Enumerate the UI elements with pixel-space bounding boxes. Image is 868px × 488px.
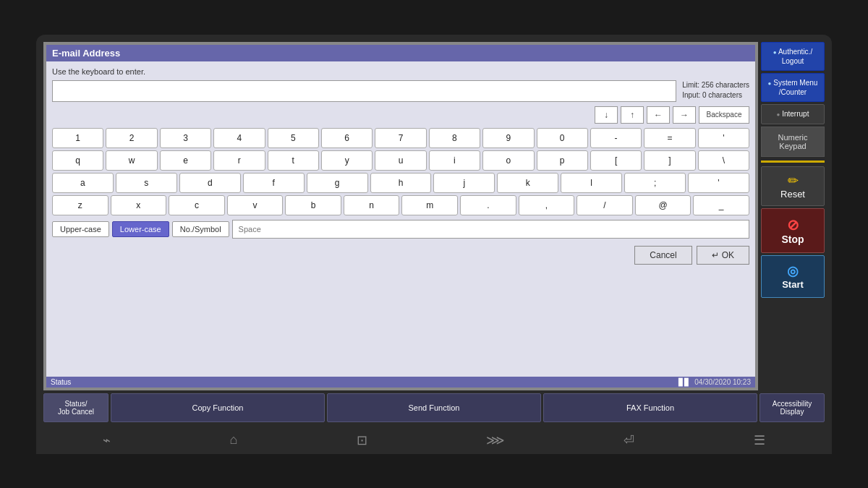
screen-area: E-mail Address Use the keyboard to enter…: [43, 42, 825, 390]
ok-btn[interactable]: ↵ OK: [697, 246, 749, 265]
datetime-display: 04/30/2020 10:23: [694, 378, 751, 386]
key-y[interactable]: y: [321, 150, 373, 171]
device-body: E-mail Address Use the keyboard to enter…: [36, 35, 832, 454]
interrupt-btn[interactable]: ● Interrupt: [761, 104, 825, 124]
key-k[interactable]: k: [497, 173, 558, 193]
key-b[interactable]: b: [285, 195, 341, 215]
system-menu-btn[interactable]: ● System Menu /Counter: [761, 73, 825, 102]
side-panel: ● Authentic./ Logout ● System Menu /Coun…: [761, 42, 825, 390]
space-input[interactable]: [232, 220, 749, 239]
key-g[interactable]: g: [307, 173, 368, 193]
start-btn[interactable]: Start: [761, 255, 825, 298]
enter-icon: ↵: [712, 250, 719, 260]
cancel-btn[interactable]: Cancel: [634, 246, 692, 265]
status-label: Status: [51, 378, 71, 386]
key-u[interactable]: u: [375, 150, 426, 171]
authentic-logout-btn[interactable]: ● Authentic./ Logout: [761, 42, 825, 71]
key-l[interactable]: l: [561, 173, 622, 193]
send-function-btn[interactable]: Send Function: [327, 393, 541, 422]
key-h[interactable]: h: [370, 173, 432, 193]
key-comma[interactable]: ,: [519, 195, 575, 215]
key-r[interactable]: r: [213, 150, 265, 171]
key-semicolon[interactable]: ;: [624, 173, 686, 193]
fax-function-btn[interactable]: FAX Function: [543, 393, 757, 422]
reset-btn[interactable]: Reset: [761, 166, 825, 206]
status-job-cancel-btn[interactable]: Status/ Job Cancel: [43, 393, 109, 422]
key-quote[interactable]: ': [688, 173, 749, 193]
key-3[interactable]: 3: [160, 128, 211, 148]
key-5[interactable]: 5: [268, 128, 319, 148]
back-icon[interactable]: ⊡: [357, 432, 367, 448]
key-7[interactable]: 7: [375, 128, 426, 148]
key-underscore[interactable]: _: [693, 195, 749, 215]
kb-row-numbers: 1 2 3 4 5 6 7 8 9 0 - = ': [52, 128, 749, 148]
accessibility-display-btn[interactable]: Accessibility Display: [760, 393, 825, 422]
key-0[interactable]: 0: [537, 128, 588, 148]
dialog-body: Use the keyboard to enter. Limit: 256 ch…: [46, 61, 755, 377]
key-equals[interactable]: =: [644, 128, 695, 148]
key-8[interactable]: 8: [429, 128, 480, 148]
home-icon[interactable]: ⌂: [230, 432, 238, 448]
key-z[interactable]: z: [52, 195, 109, 215]
device-hardware-bottom: ⌁ ⌂ ⊡ ⋙ ⏎ ☰: [36, 427, 832, 454]
action-row: Cancel ↵ OK: [52, 243, 749, 267]
main-screen: E-mail Address Use the keyboard to enter…: [43, 42, 758, 390]
stop-btn[interactable]: Stop: [761, 208, 825, 253]
arrow-right-btn[interactable]: →: [673, 106, 696, 124]
key-1[interactable]: 1: [52, 128, 103, 148]
email-input[interactable]: [52, 80, 676, 102]
key-i[interactable]: i: [429, 150, 480, 171]
return-icon[interactable]: ⏎: [624, 432, 634, 448]
key-backslash[interactable]: \: [698, 150, 749, 171]
key-rbracket[interactable]: ]: [644, 150, 695, 171]
key-at[interactable]: @: [635, 195, 692, 215]
key-n[interactable]: n: [344, 195, 400, 215]
key-w[interactable]: w: [106, 150, 157, 171]
key-c[interactable]: c: [169, 195, 225, 215]
key-o[interactable]: o: [482, 150, 534, 171]
copy-function-btn[interactable]: Copy Function: [111, 393, 325, 422]
key-j[interactable]: j: [433, 173, 495, 193]
authentic-dot-icon: ●: [773, 49, 777, 56]
uppercase-btn[interactable]: Upper-case: [52, 221, 109, 237]
dialog-title: E-mail Address: [46, 45, 755, 61]
menu-icon[interactable]: ☰: [754, 432, 765, 448]
key-v[interactable]: v: [227, 195, 284, 215]
input-area: Limit: 256 characters Input: 0 character…: [52, 80, 749, 102]
forward-icon[interactable]: ⋙: [486, 432, 505, 448]
numeric-keypad: Numeric Keypad: [761, 127, 825, 157]
kb-row-zxcv: z x c v b n m . , / @ _: [52, 195, 749, 215]
arrow-up-btn[interactable]: ↑: [621, 106, 644, 124]
key-9[interactable]: 9: [482, 128, 534, 148]
key-t[interactable]: t: [268, 150, 319, 171]
key-e[interactable]: e: [160, 150, 211, 171]
keyboard: 1 2 3 4 5 6 7 8 9 0 - = ': [52, 128, 749, 215]
key-m[interactable]: m: [401, 195, 458, 215]
key-s[interactable]: s: [116, 173, 177, 193]
key-2[interactable]: 2: [106, 128, 157, 148]
key-4[interactable]: 4: [213, 128, 265, 148]
email-dialog: E-mail Address Use the keyboard to enter…: [45, 43, 757, 389]
key-x[interactable]: x: [111, 195, 167, 215]
key-minus[interactable]: -: [590, 128, 642, 148]
key-apos[interactable]: ': [698, 128, 749, 148]
key-lbracket[interactable]: [: [590, 150, 642, 171]
key-6[interactable]: 6: [321, 128, 373, 148]
arrow-down-btn[interactable]: ↓: [595, 106, 618, 124]
backspace-btn[interactable]: Backspace: [699, 106, 749, 124]
nosymbol-btn[interactable]: No./Symbol: [172, 221, 229, 237]
modifier-row: Upper-case Lower-case No./Symbol: [52, 220, 749, 239]
key-q[interactable]: q: [52, 150, 103, 171]
key-p[interactable]: p: [537, 150, 588, 171]
kb-row-qwerty: q w e r t y u i o p [ ] \: [52, 150, 749, 171]
key-a[interactable]: a: [52, 173, 114, 193]
key-slash[interactable]: /: [576, 195, 633, 215]
key-period[interactable]: .: [460, 195, 516, 215]
arrow-left-btn[interactable]: ←: [647, 106, 670, 124]
status-bar: Status ▊▊ 04/30/2020 10:23: [46, 377, 755, 388]
key-d[interactable]: d: [179, 173, 241, 193]
arrow-row: ↓ ↑ ← → Backspace: [52, 106, 749, 124]
lowercase-btn[interactable]: Lower-case: [112, 221, 169, 237]
battery-icon: ▊▊: [678, 378, 690, 386]
key-f[interactable]: f: [243, 173, 305, 193]
